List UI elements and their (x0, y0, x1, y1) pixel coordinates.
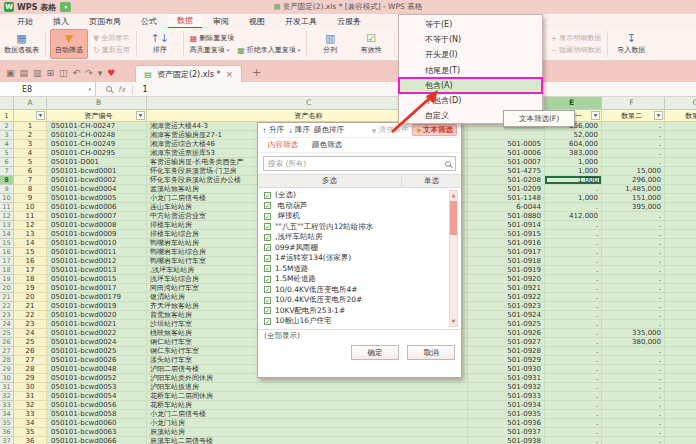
row-header[interactable]: 12 (0, 212, 14, 221)
cell[interactable]: 31 (14, 392, 47, 401)
cell[interactable]: 501-1148 (468, 194, 545, 203)
list-item[interactable]: ✓099#风雨棚 (264, 243, 461, 254)
cell[interactable] (665, 374, 696, 383)
fx-icon[interactable]: fx (118, 85, 126, 94)
cell[interactable]: 501-0006 (468, 149, 545, 158)
cell[interactable]: 11 (14, 212, 47, 221)
cell[interactable]: 辰溪车站二层信号楼 (147, 437, 468, 444)
cell[interactable]: 501-0936 (468, 419, 545, 428)
cell[interactable]: 380,000 (602, 338, 665, 347)
cell[interactable]: . (545, 329, 602, 338)
cell[interactable]: . (602, 365, 665, 374)
cell[interactable]: 050101-D001 (47, 158, 147, 167)
cell[interactable]: 501-0916 (468, 239, 545, 248)
cell[interactable]: 501-0007 (468, 158, 545, 167)
cell[interactable]: 050101-bcwd0002 (47, 176, 147, 185)
selected-cell[interactable]: 1,000 (545, 176, 602, 185)
column-header-F[interactable]: F (602, 97, 665, 110)
row-header[interactable]: 9 (0, 185, 14, 194)
column-header-G[interactable]: G (665, 97, 696, 110)
scrollbar-thumb[interactable] (450, 201, 457, 235)
text-filter-button[interactable]: ▼文本筛选 (412, 124, 457, 136)
cell[interactable]: 19 (14, 284, 47, 293)
header-cell[interactable]: 资产编号▼ (47, 110, 147, 122)
cell[interactable]: 8 (14, 185, 47, 194)
tab-插入[interactable]: 插入 (44, 15, 78, 28)
filter-dropdown-icon[interactable]: ▼ (136, 111, 145, 120)
row-header[interactable]: 8 (0, 176, 14, 185)
row-header[interactable]: 10 (0, 194, 14, 203)
cell[interactable] (665, 347, 696, 356)
cell[interactable]: 050101-bcwd0060 (47, 419, 147, 428)
text-to-columns-button[interactable]: ▥分列 (311, 29, 349, 59)
cell[interactable] (665, 167, 696, 176)
cell[interactable]: 22 (14, 311, 47, 320)
row-header[interactable]: 3 (0, 131, 14, 140)
list-item[interactable]: ✓10般山16户住宅 (264, 316, 461, 327)
app-button[interactable]: WPS 表格 (17, 2, 56, 13)
cell[interactable]: . (602, 230, 665, 239)
cell[interactable]: 24 (14, 329, 47, 338)
cell[interactable] (665, 311, 696, 320)
cell[interactable]: . (602, 149, 665, 158)
cell[interactable]: 050101-CH-00247 (47, 122, 147, 131)
cell[interactable]: . (602, 410, 665, 419)
header-cell[interactable]: 数量二▼ (602, 110, 665, 122)
close-tab-icon[interactable]: × (225, 69, 233, 79)
menu-item-开头是(I)[interactable]: 开头是(I) (399, 47, 542, 62)
row-header[interactable]: 13 (0, 221, 14, 230)
cell[interactable]: 395,000 (602, 203, 665, 212)
new-tab-button[interactable]: + (252, 66, 261, 79)
cell[interactable]: . (602, 140, 665, 149)
cell[interactable]: 32 (14, 401, 47, 410)
cell[interactable]: 501-0934 (468, 401, 545, 410)
checkbox-checked-icon[interactable]: ✓ (264, 265, 271, 272)
list-item[interactable]: ✓ 电动葫芦 (264, 201, 461, 212)
cell[interactable]: 501-0922 (468, 293, 545, 302)
checkbox-checked-icon[interactable]: ✓ (264, 276, 271, 283)
list-item[interactable]: ✓""八五""工程管内12站给排水 (264, 222, 461, 233)
show-all-link[interactable]: (全部显示) (258, 329, 461, 342)
name-box[interactable]: E8▾ (0, 82, 96, 96)
filter-dropdown-icon[interactable]: ▼ (36, 111, 45, 120)
checkbox-checked-icon[interactable]: ✓ (264, 286, 271, 293)
print-preview-icon[interactable]: ◫ (59, 68, 68, 78)
row-header[interactable]: 7 (0, 167, 14, 176)
cell[interactable]: . (545, 203, 602, 212)
cell[interactable]: 501-4275 (468, 167, 545, 176)
cell[interactable]: 花桥车站二层间休房 (147, 392, 468, 401)
list-item[interactable]: ✓10/0.4KV低压变电所4# (264, 285, 461, 296)
cell[interactable]: . (545, 221, 602, 230)
row-header[interactable]: 15 (0, 239, 14, 248)
cell[interactable]: 501-0917 (468, 248, 545, 257)
cell[interactable]: 501-0926 (468, 329, 545, 338)
cell[interactable]: 501-0930 (468, 365, 545, 374)
cell[interactable]: 6-0044 (468, 203, 545, 212)
cell[interactable]: 20 (14, 293, 47, 302)
tab-数据[interactable]: 数据 (168, 14, 202, 29)
row-header[interactable]: 16 (0, 248, 14, 257)
search-icon[interactable] (106, 86, 112, 92)
cell[interactable]: 296,000 (602, 176, 665, 185)
cell[interactable]: 1,000 (545, 158, 602, 167)
checkbox-checked-icon[interactable]: ✓ (264, 202, 271, 209)
menu-item-不等于(N)[interactable]: 不等于(N) (399, 32, 542, 47)
cell[interactable]: 050101-bcwd0022 (47, 329, 147, 338)
cell[interactable]: 501-0914 (468, 221, 545, 230)
new-icon[interactable]: ▣ (6, 68, 15, 78)
tab-审阅[interactable]: 审阅 (204, 15, 238, 28)
tab-视图[interactable]: 视图 (240, 15, 274, 28)
cell[interactable]: . (545, 347, 602, 356)
cell[interactable]: . (602, 392, 665, 401)
row-header[interactable]: 5 (0, 149, 14, 158)
cell[interactable]: . (545, 383, 602, 392)
checkbox-checked-icon[interactable]: ✓ (264, 223, 271, 230)
cell[interactable]: . (545, 437, 602, 444)
cell[interactable]: . (602, 239, 665, 248)
cell[interactable]: . (545, 428, 602, 437)
cell[interactable]: 15,000 (602, 167, 665, 176)
cell[interactable] (665, 356, 696, 365)
cell[interactable] (665, 122, 696, 131)
checkbox-checked-icon[interactable]: ✓ (264, 307, 271, 314)
cell[interactable]: 15 (14, 248, 47, 257)
